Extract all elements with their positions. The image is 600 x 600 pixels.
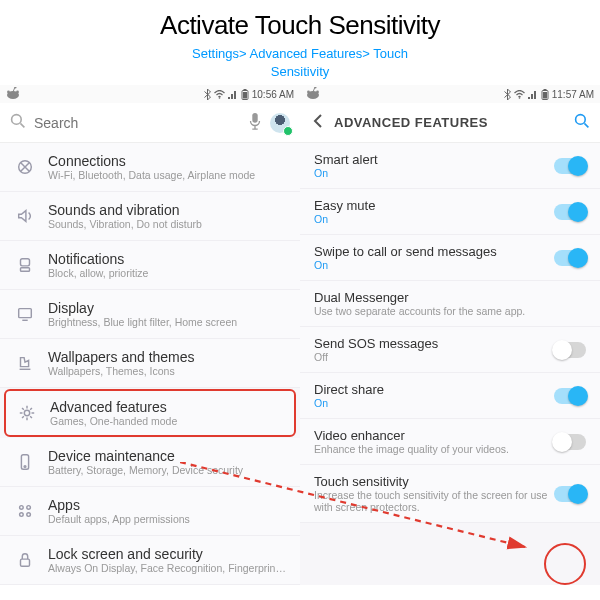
status-bar: 10:56 AM <box>0 85 300 103</box>
toggle-switch[interactable] <box>554 486 586 502</box>
row-subtitle: Wi-Fi, Bluetooth, Data usage, Airplane m… <box>48 169 286 181</box>
svg-point-1 <box>7 91 10 94</box>
toggle-switch[interactable] <box>554 158 586 174</box>
back-icon[interactable] <box>310 113 326 133</box>
row-subtitle: Games, One-handed mode <box>50 415 284 427</box>
feature-row-direct-share[interactable]: Direct shareOn <box>300 373 600 419</box>
row-title: Sounds and vibration <box>48 202 286 218</box>
row-subtitle: Brightness, Blue light filter, Home scre… <box>48 316 286 328</box>
row-icon <box>12 551 38 569</box>
row-subtitle: Always On Display, Face Recognition, Fin… <box>48 562 286 574</box>
row-subtitle: Off <box>314 351 554 363</box>
row-title: Notifications <box>48 251 286 267</box>
feature-row-video-enhancer[interactable]: Video enhancerEnhance the image quality … <box>300 419 600 465</box>
svg-line-34 <box>584 123 588 127</box>
settings-row-sounds-and-vibration[interactable]: Sounds and vibrationSounds, Vibration, D… <box>0 192 300 241</box>
avatar[interactable] <box>270 113 290 133</box>
toggle-switch[interactable] <box>554 204 586 220</box>
row-icon <box>12 502 38 520</box>
row-subtitle: Default apps, App permissions <box>48 513 286 525</box>
row-icon <box>14 404 40 422</box>
toggle-switch[interactable] <box>554 250 586 266</box>
svg-line-9 <box>20 123 24 127</box>
reddit-icon <box>6 87 20 101</box>
feature-row-swipe-to-call-or-send-messages[interactable]: Swipe to call or send messagesOn <box>300 235 600 281</box>
search-icon[interactable] <box>574 113 590 133</box>
settings-row-connections[interactable]: ConnectionsWi-Fi, Bluetooth, Data usage,… <box>0 143 300 192</box>
wifi-icon <box>514 90 525 99</box>
feature-row-send-sos-messages[interactable]: Send SOS messagesOff <box>300 327 600 373</box>
battery-icon <box>241 89 249 100</box>
signal-icon <box>228 90 238 99</box>
toggle-switch[interactable] <box>554 342 586 358</box>
row-subtitle: On <box>314 397 554 409</box>
search-bar[interactable] <box>0 103 300 143</box>
row-subtitle: Sounds, Vibration, Do not disturb <box>48 218 286 230</box>
row-subtitle: Use two separate accounts for the same a… <box>314 305 586 317</box>
svg-point-17 <box>24 411 29 416</box>
battery-icon <box>541 89 549 100</box>
breadcrumb-line-1: Settings> Advanced Features> Touch <box>0 45 600 63</box>
row-title: Advanced features <box>50 399 284 415</box>
svg-rect-24 <box>21 559 30 566</box>
svg-rect-12 <box>21 259 30 266</box>
row-title: Touch sensitivity <box>314 474 554 489</box>
bluetooth-icon <box>504 89 511 100</box>
settings-row-wallpapers-and-themes[interactable]: Wallpapers and themesWallpapers, Themes,… <box>0 339 300 388</box>
feature-row-smart-alert[interactable]: Smart alertOn <box>300 143 600 189</box>
mic-icon[interactable] <box>248 112 262 134</box>
row-title: Device maintenance <box>48 448 286 464</box>
row-title: Video enhancer <box>314 428 554 443</box>
reddit-icon <box>306 87 320 101</box>
page-title: Activate Touch Sensitivity <box>0 10 600 41</box>
row-title: Swipe to call or send messages <box>314 244 554 259</box>
row-icon <box>12 158 38 176</box>
settings-row-apps[interactable]: AppsDefault apps, App permissions <box>0 487 300 536</box>
svg-rect-10 <box>252 113 257 123</box>
row-icon <box>12 256 38 274</box>
toggle-switch[interactable] <box>554 434 586 450</box>
row-subtitle: On <box>314 167 554 179</box>
search-icon <box>10 113 26 133</box>
row-title: Wallpapers and themes <box>48 349 286 365</box>
row-subtitle: On <box>314 259 554 271</box>
status-time: 11:57 AM <box>552 89 594 100</box>
svg-point-26 <box>307 91 310 94</box>
toggle-switch[interactable] <box>554 388 586 404</box>
svg-rect-32 <box>543 92 547 99</box>
row-title: Send SOS messages <box>314 336 554 351</box>
row-subtitle: Battery, Storage, Memory, Device securit… <box>48 464 286 476</box>
status-time: 10:56 AM <box>252 89 294 100</box>
svg-rect-6 <box>243 89 246 91</box>
settings-row-advanced-features[interactable]: Advanced featuresGames, One-handed mode <box>4 389 296 437</box>
row-icon <box>12 453 38 471</box>
search-input[interactable] <box>34 115 240 131</box>
svg-point-23 <box>27 513 31 517</box>
advanced-header-label: ADVANCED FEATURES <box>334 115 488 130</box>
row-subtitle: Increase the touch sensitivity of the sc… <box>314 489 554 513</box>
svg-point-29 <box>518 97 520 99</box>
row-title: Dual Messenger <box>314 290 586 305</box>
row-subtitle: On <box>314 213 554 225</box>
row-title: Apps <box>48 497 286 513</box>
feature-row-easy-mute[interactable]: Easy muteOn <box>300 189 600 235</box>
svg-point-8 <box>12 114 22 124</box>
svg-point-2 <box>16 91 19 94</box>
settings-row-notifications[interactable]: NotificationsBlock, allow, prioritize <box>0 241 300 290</box>
breadcrumb: Settings> Advanced Features> Touch Sensi… <box>0 45 600 81</box>
wifi-icon <box>214 90 225 99</box>
settings-row-device-maintenance[interactable]: Device maintenanceBattery, Storage, Memo… <box>0 438 300 487</box>
row-subtitle: Block, allow, prioritize <box>48 267 286 279</box>
row-title: Smart alert <box>314 152 554 167</box>
row-title: Lock screen and security <box>48 546 286 562</box>
settings-row-lock-screen-and-security[interactable]: Lock screen and securityAlways On Displa… <box>0 536 300 585</box>
svg-point-19 <box>24 466 26 468</box>
svg-point-21 <box>27 506 31 510</box>
feature-row-touch-sensitivity[interactable]: Touch sensitivityIncrease the touch sens… <box>300 465 600 523</box>
svg-point-22 <box>20 513 24 517</box>
feature-row-dual-messenger[interactable]: Dual MessengerUse two separate accounts … <box>300 281 600 327</box>
screenshot-settings: 10:56 AM ConnectionsWi-Fi, Bluetooth, Da… <box>0 85 300 585</box>
svg-rect-7 <box>243 92 247 99</box>
page-header: Activate Touch Sensitivity Settings> Adv… <box>0 0 600 85</box>
settings-row-display[interactable]: DisplayBrightness, Blue light filter, Ho… <box>0 290 300 339</box>
